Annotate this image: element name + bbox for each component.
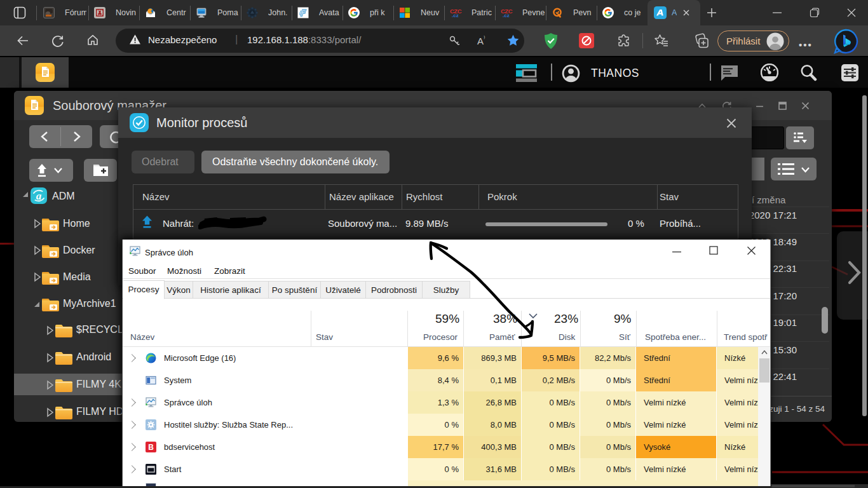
svg-text:B: B [148,443,154,452]
svg-text:a: a [36,190,42,202]
